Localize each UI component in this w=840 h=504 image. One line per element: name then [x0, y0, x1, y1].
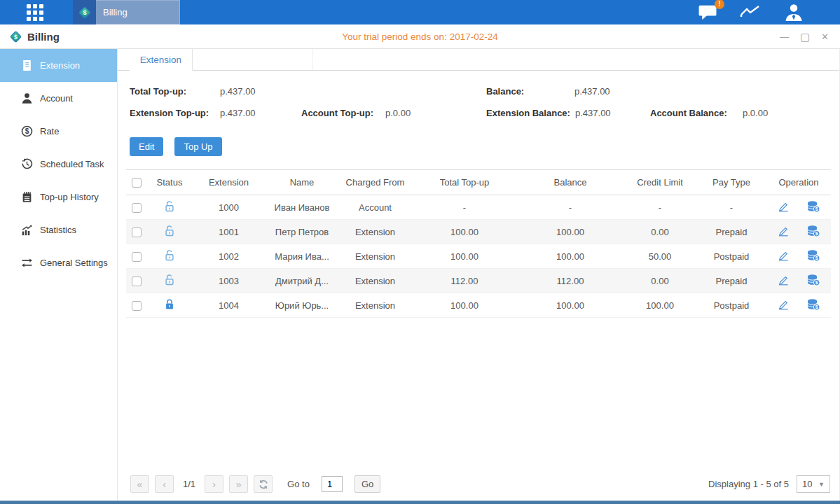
displaying-text: Displaying 1 - 5 of 5: [708, 479, 789, 489]
select-all-checkbox[interactable]: [132, 178, 142, 188]
edit-icon[interactable]: [777, 250, 790, 261]
col-credit-limit: Credit Limit: [624, 170, 696, 195]
cell-balance: 100.00: [517, 293, 624, 318]
cell-name: Мария Ива...: [266, 244, 338, 269]
prev-page-button[interactable]: ‹: [155, 475, 174, 493]
col-operation: Operation: [766, 170, 831, 195]
sidebar-item-rate[interactable]: $ Rate: [0, 115, 117, 148]
minimize-button[interactable]: —: [780, 32, 789, 41]
cell-charged-from: Account: [338, 195, 412, 220]
content-area: Extension Total Top-up: p.437.00 Balance…: [118, 49, 840, 500]
cell-pay-type: Prepaid: [696, 269, 766, 293]
pagination-bar: « ‹ 1/1 › » Go to Go Displaying 1 - 5 of…: [118, 475, 839, 500]
table-header-row: Status Extension Name Charged From Total…: [126, 170, 831, 195]
goto-page-input[interactable]: [322, 476, 343, 492]
cell-pay-type: -: [696, 195, 766, 220]
page-size-select[interactable]: 10 ▼: [797, 475, 830, 493]
lock-open-icon: [164, 204, 175, 215]
cell-balance: -: [517, 195, 624, 220]
cell-credit-limit: 100.00: [624, 293, 696, 318]
extension-balance-value: p.437.00: [575, 108, 650, 118]
sidebar-item-statistics[interactable]: Statistics: [0, 214, 117, 246]
balance-summary: Total Top-up: p.437.00 Balance: p.437.00…: [130, 80, 839, 124]
col-charged-from: Charged From: [338, 170, 412, 195]
balance-value: p.437.00: [574, 86, 610, 97]
app-launcher-icon[interactable]: [27, 4, 43, 21]
cell-credit-limit: 0.00: [624, 269, 696, 293]
account-balance-label: Account Balance:: [650, 108, 743, 118]
topup-icon[interactable]: $: [806, 200, 820, 213]
table-row: 1003Дмитрий Д...Extension112.00112.000.0…: [126, 269, 831, 293]
svg-text:$: $: [815, 231, 818, 237]
notebook-icon: [21, 191, 33, 203]
cell-total-topup: 100.00: [412, 220, 517, 244]
svg-text:$: $: [815, 206, 818, 212]
billing-window-icon: $: [9, 30, 22, 43]
cell-credit-limit: -: [624, 195, 696, 220]
sidebar-item-general-settings[interactable]: General Settings: [0, 246, 117, 279]
cell-extension: 1000: [192, 195, 266, 220]
topup-icon[interactable]: $: [806, 274, 820, 286]
sidebar-item-topup-history[interactable]: Top-up History: [0, 181, 117, 214]
row-checkbox[interactable]: [132, 252, 142, 262]
topup-icon[interactable]: $: [806, 249, 820, 262]
billing-app-tab[interactable]: $ Billing: [73, 0, 180, 24]
go-button[interactable]: Go: [354, 475, 380, 493]
maximize-button[interactable]: ▢: [800, 31, 810, 42]
cell-charged-from: Extension: [338, 244, 412, 269]
sidebar-item-scheduled-task[interactable]: Scheduled Task: [0, 148, 117, 181]
tab-extension[interactable]: Extension: [130, 49, 193, 71]
svg-text:$: $: [83, 9, 86, 16]
top-up-button[interactable]: Top Up: [174, 137, 221, 156]
cell-extension: 1002: [192, 244, 266, 269]
cell-balance: 100.00: [517, 244, 624, 269]
user-account-icon[interactable]: [784, 4, 804, 21]
window-title: Billing: [27, 31, 60, 43]
cell-total-topup: 112.00: [412, 269, 517, 293]
edit-button[interactable]: Edit: [130, 137, 163, 156]
edit-icon[interactable]: [777, 225, 790, 237]
col-extension: Extension: [192, 170, 266, 195]
sidebar-item-account[interactable]: Account: [0, 82, 117, 115]
cell-name: Юрий Юрь...: [266, 293, 338, 318]
cell-pay-type: Prepaid: [696, 220, 766, 244]
goto-label: Go to: [287, 479, 310, 489]
refresh-button[interactable]: [254, 475, 273, 493]
lock-open-icon: [164, 253, 175, 264]
page-indicator: 1/1: [183, 479, 195, 489]
cell-credit-limit: 0.00: [624, 220, 696, 244]
col-balance: Balance: [517, 170, 624, 195]
cell-name: Петр Петров: [266, 220, 338, 244]
edit-icon[interactable]: [777, 299, 790, 310]
tab-bar: Extension: [118, 49, 839, 71]
row-checkbox[interactable]: [132, 227, 142, 237]
messages-icon[interactable]: !: [698, 4, 718, 21]
svg-text:$: $: [815, 280, 818, 286]
extension-topup-value: p.437.00: [220, 108, 301, 118]
edit-icon[interactable]: [777, 274, 790, 286]
notification-badge: !: [715, 0, 724, 9]
next-page-button[interactable]: ›: [205, 475, 223, 493]
last-page-button[interactable]: »: [229, 475, 248, 493]
topup-icon[interactable]: $: [806, 225, 820, 237]
close-button[interactable]: ✕: [821, 32, 829, 41]
lock-closed-icon: [164, 302, 175, 313]
statistics-chart-icon[interactable]: [740, 4, 762, 21]
row-checkbox[interactable]: [132, 301, 142, 311]
row-checkbox[interactable]: [132, 276, 142, 286]
lock-open-icon: [164, 229, 175, 239]
topup-icon[interactable]: $: [806, 298, 820, 311]
edit-icon[interactable]: [777, 201, 790, 212]
billing-diamond-icon: $: [73, 0, 96, 24]
svg-text:$: $: [25, 127, 29, 135]
col-pay-type: Pay Type: [696, 170, 766, 195]
extensions-table: Status Extension Name Charged From Total…: [126, 169, 831, 318]
cell-extension: 1003: [192, 269, 266, 293]
cell-total-topup: 100.00: [412, 293, 517, 318]
first-page-button[interactable]: «: [130, 475, 149, 493]
cell-charged-from: Extension: [338, 269, 412, 293]
top-application-bar: $ Billing !: [0, 0, 840, 24]
sidebar-item-extension[interactable]: Extension: [0, 49, 117, 82]
row-checkbox[interactable]: [132, 203, 142, 213]
cell-credit-limit: 50.00: [624, 244, 696, 269]
